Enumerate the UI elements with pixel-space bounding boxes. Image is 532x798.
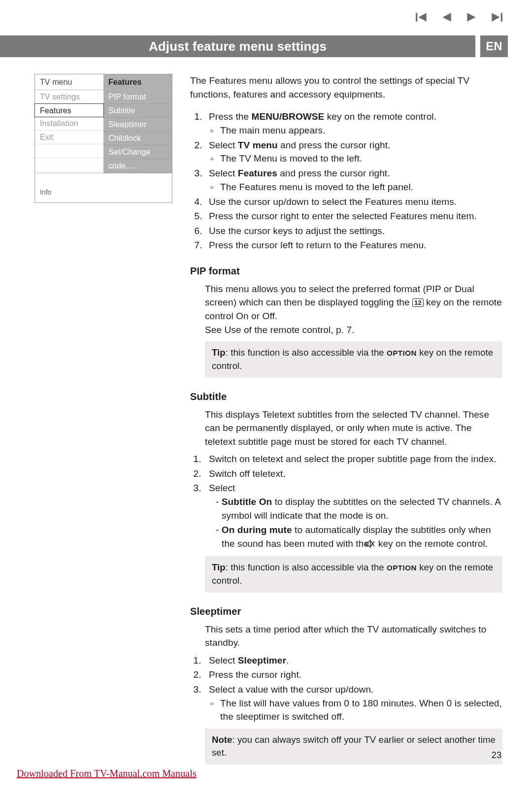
main-steps: Press the MENU/BROWSE key on the remote …	[190, 110, 502, 252]
page-number: 23	[492, 750, 501, 761]
menu-item-subtitle: Subtitle	[103, 104, 172, 118]
language-badge: EN	[480, 35, 508, 57]
footer-source-link[interactable]: Downloaded From TV-Manual.com Manuals	[17, 768, 197, 779]
subtitle-body: This displays Teletext subtitles from th…	[190, 408, 502, 449]
prev-page-icon[interactable]	[440, 12, 453, 25]
menu-item-childlock: Childlock	[103, 132, 172, 145]
step-2: Select TV menu and press the cursor righ…	[205, 138, 502, 166]
dash-subtitle-on: - Subtitle On to display the subtitles o…	[216, 495, 502, 522]
triangle-icon: ▹	[211, 697, 214, 724]
content-column: The Features menu allows you to control …	[190, 74, 502, 768]
svg-marker-6	[366, 540, 370, 547]
sleep-heading: Sleeptimer	[190, 604, 502, 619]
first-page-icon[interactable]	[416, 12, 429, 25]
menu-item-set-change-code: Set/Change code	[103, 145, 172, 159]
svg-marker-4	[492, 13, 499, 21]
svg-marker-2	[442, 13, 451, 21]
menu-item-installation: Installation	[35, 117, 103, 131]
menu-item-pip-format: PIP format	[103, 90, 172, 104]
intro-text: The Features menu allows you to control …	[190, 74, 502, 101]
subtitle-tip: Tip: this function is also accessible vi…	[205, 556, 502, 593]
next-page-icon[interactable]	[465, 12, 478, 25]
sleep-steps: Select Sleeptimer. Press the cursor righ…	[190, 654, 502, 724]
step-7: Press the cursor left to return to the F…	[205, 238, 502, 252]
menu-item-features: Features	[34, 103, 104, 117]
svg-marker-1	[418, 13, 426, 21]
step-3: Select Features and press the cursor rig…	[205, 166, 502, 194]
menu-item-exit: Exit	[35, 131, 103, 144]
subtitle-heading: Subtitle	[190, 390, 502, 404]
subtitle-steps: Switch on teletext and select the proper…	[190, 452, 502, 551]
triangle-icon: ▹	[211, 180, 214, 194]
nav-icons	[416, 12, 502, 25]
step-1: Press the MENU/BROWSE key on the remote …	[205, 110, 502, 137]
pip-heading: PIP format	[190, 264, 502, 278]
menu-left-header: TV menu	[35, 74, 103, 90]
step-4: Use the cursor up/down to select the Fea…	[205, 195, 502, 209]
menu-item-sleeptimer: Sleeptimer	[103, 118, 172, 132]
menu-item-tv-settings: TV settings	[35, 90, 103, 104]
page-title: Adjust feature menu settings	[0, 35, 475, 57]
dash-on-during-mute: - On during mute to automatically displa…	[216, 523, 502, 551]
menu-item-more: .............	[103, 159, 172, 173]
step-5: Press the cursor right to enter the sele…	[205, 209, 502, 223]
svg-rect-0	[416, 13, 417, 21]
triangle-icon: ▹	[211, 124, 214, 137]
key-12-icon: 12	[412, 299, 424, 307]
sleep-body: This sets a time period after which the …	[190, 623, 502, 650]
step-6: Use the cursor keys to adjust the settin…	[205, 224, 502, 238]
svg-rect-5	[501, 13, 502, 21]
svg-marker-3	[467, 13, 475, 21]
menu-right-header: Features	[103, 74, 172, 90]
triangle-icon: ▹	[211, 152, 214, 166]
sleep-note: Note: you can always switch off your TV …	[205, 729, 502, 765]
tv-menu-diagram: TV menu TV settings Features Installatio…	[34, 74, 172, 203]
last-page-icon[interactable]	[490, 12, 502, 25]
pip-body: This menu allows you to select the prefe…	[190, 282, 502, 336]
menu-info-label: Info	[35, 173, 172, 202]
pip-tip: Tip: this function is also accessible vi…	[205, 341, 502, 378]
